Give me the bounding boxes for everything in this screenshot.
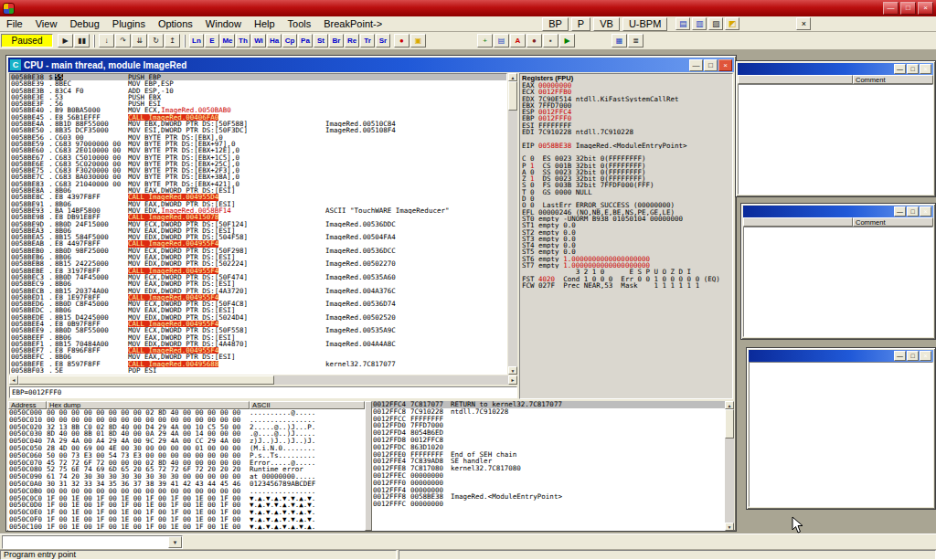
register-row[interactable]: S 0 FS 003B 32bit 7FFDF000(FFF) [520, 182, 732, 188]
menu-item[interactable]: Options [152, 17, 199, 30]
cpu-window-button[interactable]: Cp [282, 34, 297, 48]
disasm-row[interactable]: 0058BECB . 8B15 20374A00 MOV EDX,DWORD P… [10, 288, 506, 294]
disasm-row[interactable]: 0058BEDC . 8B06 MOV EAX,DWORD PTR DS:[ES… [10, 307, 506, 313]
toolbar-close-button[interactable]: × [796, 17, 811, 30]
disasm-row[interactable]: 0058BE59 . C683 97000000 00 MOV BYTE PTR… [10, 141, 506, 147]
register-row[interactable]: ST0 empty -UNORM B938 01050104 00000000 [520, 216, 732, 222]
memory-map-button[interactable]: Me [220, 34, 235, 48]
disasm-row[interactable]: 0058BE6E . C683 5C020000 00 MOV BYTE PTR… [10, 161, 506, 167]
columns-icon[interactable]: ▥ [692, 17, 707, 30]
dump-row[interactable]: 0050C0F0 1F 00 1E 00 1F 00 1E 00 1F 00 1… [8, 516, 365, 523]
app-minimize-button[interactable]: — [883, 2, 899, 15]
side-window-body[interactable] [743, 227, 933, 337]
side-minimize-button[interactable]: — [894, 64, 906, 74]
register-row[interactable] [520, 135, 732, 142]
stack-row[interactable]: 0012FFD0 7FFD7000 [372, 422, 725, 429]
disasm-row[interactable]: 0058BE83 . C683 21040000 00 MOV BYTE PTR… [10, 181, 506, 187]
register-row[interactable]: ESP 0012FFC4 [520, 109, 732, 115]
doc-icon[interactable]: ▤ [675, 17, 690, 30]
menu-item[interactable]: Plugins [106, 17, 152, 30]
dump-row[interactable]: 0050C030 8D 40 00 8B 01 8D 40 00 0A 29 4… [8, 430, 365, 438]
register-row[interactable]: P 1 CS 001B 32bit 0(FFFFFFFF) [520, 163, 732, 169]
register-row[interactable]: ECX 0012FFB0 [520, 89, 732, 95]
dump-row[interactable]: 0050C0C0 1F 00 1E 00 1F 00 1E 00 1F 00 1… [8, 495, 365, 502]
list-icon[interactable]: ▤ [494, 34, 509, 48]
register-row[interactable]: EDI 7C910228 ntdll.7C910228 [520, 129, 732, 135]
scroll-down-icon[interactable]: ▼ [725, 523, 734, 531]
register-row[interactable]: EBP 0012FFF0 [520, 115, 732, 122]
register-row[interactable]: C 0 ES 0023 32bit 0(FFFFFFFF) [520, 155, 732, 162]
disassembly-vscrollbar[interactable]: ▲ ▼ [508, 73, 517, 375]
stack-row[interactable]: 0012FFC4 7C817077 RETURN to kernel32.7C8… [372, 401, 725, 408]
disasm-row[interactable]: 0058BE45 . E8 56B1EFFF CALL ImageRed.004… [10, 114, 506, 121]
cpu-maximize-button[interactable]: □ [704, 59, 718, 71]
dump-row[interactable]: 0050C040 7A 29 4A 00 A4 29 4A 00 9C 29 4… [8, 438, 365, 445]
windows-button[interactable]: Wi [251, 34, 266, 48]
disasm-row[interactable]: 0058BE39 . 8BEC MOV EBP,ESP [10, 80, 506, 87]
disasm-row[interactable]: 0058BEFC . 8B06 MOV EAX,DWORD PTR DS:[ES… [10, 354, 506, 360]
register-row[interactable]: A 0 SS 0023 32bit 0(FFFFFFFF) [520, 169, 732, 175]
disasm-row[interactable]: 0058BEBE . E8 3197F8FF CALL ImageRed.004… [10, 268, 506, 274]
disasm-row[interactable]: 0058BE93 . BA 14BF5800 MOV EDX,ImageRed.… [10, 207, 506, 214]
menu-item[interactable]: File [0, 17, 29, 30]
cpu-titlebar[interactable]: C CPU - main thread, module ImageRed —□× [8, 58, 734, 72]
threads-button[interactable]: Th [236, 34, 250, 48]
disasm-row[interactable]: 0058BEF1 . 8B15 70484A00 MOV EDX,DWORD P… [10, 341, 506, 347]
stack-row[interactable]: 0012FFC8 7C910228 ntdll.7C910228 [372, 408, 725, 416]
disasm-row[interactable]: 0058BED1 . E8 1E97F8FF CALL ImageRed.004… [10, 294, 506, 301]
seh-chain-button[interactable]: St [314, 34, 328, 48]
stack-row[interactable]: 0012FFF0 00000000 [372, 480, 725, 487]
dump-row[interactable]: 0050C020 32 13 8B C0 02 8D 40 00 D4 29 4… [8, 424, 365, 431]
register-row[interactable]: ST5 empty 0.0 [520, 248, 732, 255]
executables-button[interactable]: E [205, 34, 219, 48]
stack-row[interactable]: 0012FFCC FFFFFFFF [372, 416, 725, 423]
side-minimize-button[interactable]: — [894, 351, 906, 361]
dump-header-ascii[interactable]: ASCII [250, 401, 365, 409]
register-row[interactable]: ST6 empty 1.0000000000000000000 [520, 256, 732, 262]
execute-till-return-button[interactable]: ↥ [165, 34, 180, 48]
menu-item[interactable]: Window [199, 17, 248, 30]
disasm-row[interactable]: 0058BE9D . 8B0D 24F15000 MOV ECX,DWORD P… [10, 221, 506, 227]
menu-item[interactable]: View [29, 17, 64, 30]
stack-row[interactable]: 0012FFF4 00000000 [372, 487, 725, 494]
register-row[interactable]: ST4 empty 0.0 [520, 242, 732, 248]
side-column-comment[interactable]: Comment [853, 217, 933, 227]
scroll-up-icon[interactable]: ▲ [725, 401, 734, 409]
disasm-row[interactable]: 0058BEE9 . 8B0D 58F55000 MOV ECX,DWORD P… [10, 327, 506, 333]
dump-row[interactable]: 0050C0A0 30 31 32 33 34 35 36 37 38 39 4… [8, 481, 365, 488]
registers-pane[interactable]: Registers (FPU) EAX 00000000 ECX 0012FFB… [519, 73, 733, 399]
dump-pane[interactable]: 0050C000 00 00 00 00 00 00 00 00 02 8D 4… [8, 409, 365, 531]
log-window-button[interactable]: Ln [189, 34, 204, 48]
disasm-row[interactable]: 0058BE50 . 8B35 DCF35000 MOV ESI,DWORD P… [10, 127, 506, 133]
dump-row[interactable]: 0050C050 28 4D 00 69 00 4E 00 30 00 00 0… [8, 445, 365, 452]
register-row[interactable]: 3 2 1 0 E S P U O Z D I [520, 269, 732, 275]
mark-icon[interactable]: ▪ [543, 34, 558, 48]
dump-row[interactable]: 0050C010 00 00 00 00 00 00 00 00 00 00 0… [8, 417, 365, 424]
side-maximize-button[interactable]: □ [907, 64, 919, 74]
scroll-right-icon[interactable]: ► [508, 375, 517, 385]
breakpoint-toolbar-button[interactable]: P [571, 17, 590, 31]
disasm-row[interactable]: 0058BE60 . C683 2E010000 00 MOV BYTE PTR… [10, 147, 506, 153]
register-row[interactable]: EDX 7C90E514 ntdll.KiFastSystemCallRet [520, 96, 732, 102]
dump-row[interactable]: 0050C100 1F 00 1E 00 1F 00 1E 00 1F 00 1… [8, 523, 365, 531]
register-row[interactable]: Z 1 DS 0023 32bit 0(FFFFFFFF) [520, 175, 732, 182]
stack-row[interactable]: 0012FFD8 0012FFC8 [372, 437, 725, 444]
stack-row[interactable]: 0012FFFC 00000000 [372, 501, 725, 508]
register-row[interactable]: O 0 LastErr ERROR_SUCCESS (00000000) [520, 202, 732, 208]
register-row[interactable]: ESI FFFFFFFF [520, 122, 732, 129]
source-button[interactable]: Sr [376, 34, 390, 48]
dump-row[interactable]: 0050C060 50 00 73 E3 00 54 73 E3 00 00 0… [8, 452, 365, 460]
dump-stack-splitter[interactable] [365, 401, 372, 531]
step-over-button[interactable]: ↷ [115, 34, 131, 48]
app-titlebar[interactable]: —□× [0, 0, 936, 16]
disasm-row[interactable]: 0058BE3F . 56 PUSH ESI [10, 100, 506, 107]
disasm-row[interactable]: 0058BEC9 . 8B06 MOV EAX,DWORD PTR DS:[ES… [10, 280, 506, 287]
dump-row[interactable]: 0050C0D0 1F 00 1E 00 1F 00 1F 00 1E 00 1… [8, 502, 365, 509]
register-row[interactable]: ST7 empty 1.0000000000000000000 [520, 262, 732, 269]
disasm-row[interactable]: 0058BEE4 . E8 0B97F8FF CALL ImageRed.004… [10, 321, 506, 327]
edit-icon[interactable]: ▨ [708, 17, 723, 30]
stack-pane[interactable]: 0012FFC4 7C817077 RETURN to kernel32.7C8… [372, 401, 725, 531]
side-window-body[interactable] [738, 84, 933, 195]
scroll-down-icon[interactable]: ▼ [508, 366, 517, 375]
disasm-row[interactable]: 0058BE8C . E8 4397F8FF CALL ImageRed.004… [10, 194, 506, 200]
